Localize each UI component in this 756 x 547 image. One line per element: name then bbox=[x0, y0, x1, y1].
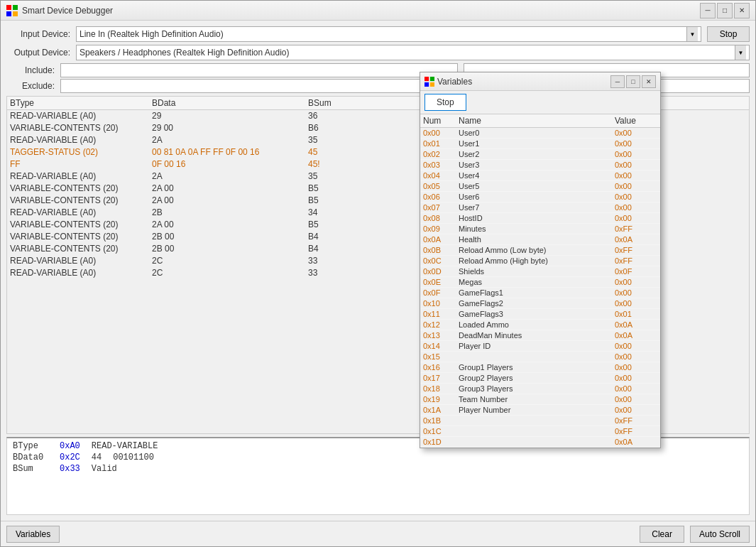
popup-cell-value: 0x01 bbox=[615, 310, 657, 318]
popup-row[interactable]: 0x01 User1 0x00 bbox=[420, 139, 660, 149]
popup-cell-value: 0x00 bbox=[615, 193, 657, 201]
popup-row[interactable]: 0x15 0x00 bbox=[420, 352, 660, 362]
cell-bdata: 29 00 bbox=[152, 123, 308, 133]
cell-btype: READ-VARIABLE (A0) bbox=[10, 111, 152, 121]
detail-btype-label: BType bbox=[13, 441, 48, 451]
popup-row[interactable]: 0x0C Reload Ammo (High byte) 0xFF bbox=[420, 256, 660, 266]
popup-cell-num: 0x11 bbox=[423, 310, 459, 318]
popup-stop-button[interactable]: Stop bbox=[424, 94, 466, 111]
popup-row[interactable]: 0x0D Shields 0x0F bbox=[420, 266, 660, 277]
popup-row[interactable]: 0x1A Player Number 0x00 bbox=[420, 405, 660, 416]
popup-cell-value: 0xFF bbox=[615, 256, 657, 265]
popup-row[interactable]: 0x0B Reload Ammo (Low byte) 0xFF bbox=[420, 245, 660, 256]
popup-row[interactable]: 0x03 User3 0x00 bbox=[420, 160, 660, 170]
detail-bsum-row: BSum 0x33 Valid bbox=[13, 464, 743, 474]
popup-row[interactable]: 0x05 User5 0x00 bbox=[420, 181, 660, 192]
cell-bsum: B4 bbox=[308, 244, 365, 254]
cell-btype: FF bbox=[10, 159, 152, 169]
exclude-input[interactable] bbox=[60, 79, 458, 93]
popup-row[interactable]: 0x1D 0x0A bbox=[420, 437, 660, 448]
input-device-row: Input Device: Line In (Realtek High Defi… bbox=[6, 26, 750, 42]
output-device-row: Output Device: Speakers / Headphones (Re… bbox=[6, 45, 750, 60]
variables-button[interactable]: Variables bbox=[6, 526, 60, 543]
output-device-value: Speakers / Headphones (Realtek High Defi… bbox=[80, 48, 735, 58]
close-button[interactable]: ✕ bbox=[734, 3, 750, 18]
popup-close-button[interactable]: ✕ bbox=[642, 75, 656, 88]
popup-row[interactable]: 0x13 DeadMan Minutes 0x0A bbox=[420, 330, 660, 341]
popup-cell-value: 0xFF bbox=[615, 427, 657, 435]
cell-bsum: 33 bbox=[308, 268, 365, 278]
detail-btype-name: READ-VARIABLE bbox=[92, 441, 158, 451]
detail-bsum-label: BSum bbox=[13, 464, 48, 474]
popup-header-name: Name bbox=[459, 116, 615, 126]
popup-row[interactable]: 0x17 Group2 Players 0x00 bbox=[420, 373, 660, 384]
app-icon bbox=[6, 5, 18, 16]
popup-minimize-button[interactable]: ─ bbox=[610, 75, 625, 88]
input-device-combo[interactable]: Line In (Realtek High Definition Audio) … bbox=[76, 26, 701, 42]
popup-row[interactable]: 0x1C 0xFF bbox=[420, 426, 660, 437]
popup-row[interactable]: 0x00 User0 0x00 bbox=[420, 128, 660, 139]
detail-btype-hex: 0xA0 bbox=[60, 441, 80, 451]
popup-cell-name: User3 bbox=[459, 161, 615, 169]
cell-bsum: B5 bbox=[308, 183, 365, 193]
popup-row[interactable]: 0x09 Minutes 0xFF bbox=[420, 224, 660, 234]
popup-row[interactable]: 0x1B 0xFF bbox=[420, 416, 660, 426]
popup-row[interactable]: 0x14 Player ID 0x00 bbox=[420, 341, 660, 352]
popup-row[interactable]: 0x11 GameFlags3 0x01 bbox=[420, 309, 660, 320]
maximize-button[interactable]: □ bbox=[717, 3, 733, 18]
clear-button[interactable]: Clear bbox=[640, 526, 684, 543]
popup-cell-value: 0x00 bbox=[615, 171, 657, 180]
popup-toolbar: Stop bbox=[420, 91, 660, 114]
input-device-arrow[interactable]: ▼ bbox=[686, 27, 698, 41]
output-device-combo[interactable]: Speakers / Headphones (Realtek High Defi… bbox=[76, 45, 750, 60]
popup-cell-num: 0x14 bbox=[423, 342, 459, 350]
popup-controls: ─ □ ✕ bbox=[610, 75, 656, 88]
stop-button[interactable]: Stop bbox=[707, 26, 750, 42]
cell-btype: READ-VARIABLE (A0) bbox=[10, 135, 152, 145]
popup-row[interactable]: 0x0F GameFlags1 0x00 bbox=[420, 288, 660, 298]
popup-cell-name: User1 bbox=[459, 139, 615, 148]
popup-row[interactable]: 0x08 HostID 0x00 bbox=[420, 213, 660, 224]
popup-row[interactable]: 0x16 Group1 Players 0x00 bbox=[420, 362, 660, 373]
popup-row[interactable]: 0x02 User2 0x00 bbox=[420, 149, 660, 160]
autoscroll-button[interactable]: Auto Scroll bbox=[690, 526, 750, 543]
cell-btype: VARIABLE-CONTENTS (20) bbox=[10, 220, 152, 229]
popup-cell-num: 0x15 bbox=[423, 352, 459, 361]
popup-cell-value: 0x00 bbox=[615, 182, 657, 190]
popup-cell-value: 0x00 bbox=[615, 150, 657, 158]
popup-cell-num: 0x16 bbox=[423, 363, 459, 372]
popup-row[interactable]: 0x0A Health 0x0A bbox=[420, 234, 660, 245]
popup-cell-name bbox=[459, 427, 615, 435]
popup-cell-num: 0x19 bbox=[423, 395, 459, 404]
detail-bdata-hex: 0x2C bbox=[60, 453, 80, 462]
popup-cell-value: 0xFF bbox=[615, 416, 657, 425]
popup-maximize-button[interactable]: □ bbox=[626, 75, 640, 88]
popup-cell-num: 0x03 bbox=[423, 161, 459, 169]
output-device-arrow[interactable]: ▼ bbox=[735, 45, 746, 60]
cell-bsum: 45! bbox=[308, 159, 365, 169]
popup-cell-value: 0x00 bbox=[615, 278, 657, 286]
cell-bdata: 2B 00 bbox=[152, 232, 308, 242]
popup-cell-num: 0x0A bbox=[423, 235, 459, 244]
popup-row[interactable]: 0x04 User4 0x00 bbox=[420, 170, 660, 181]
popup-table-body[interactable]: 0x00 User0 0x00 0x01 User1 0x00 0x02 Use… bbox=[420, 128, 660, 448]
popup-row[interactable]: 0x18 Group3 Players 0x00 bbox=[420, 384, 660, 394]
detail-section: BType 0xA0 READ-VARIABLE BData0 0x2C 44 … bbox=[6, 437, 750, 515]
cell-btype: READ-VARIABLE (A0) bbox=[10, 171, 152, 181]
popup-icon bbox=[424, 77, 434, 87]
popup-cell-num: 0x00 bbox=[423, 129, 459, 137]
minimize-button[interactable]: ─ bbox=[700, 3, 716, 18]
detail-bdata-row: BData0 0x2C 44 00101100 bbox=[13, 453, 743, 462]
popup-row[interactable]: 0x0E Megas 0x00 bbox=[420, 277, 660, 288]
popup-row[interactable]: 0x10 GameFlags2 0x00 bbox=[420, 298, 660, 309]
popup-row[interactable]: 0x12 Loaded Ammo 0x0A bbox=[420, 320, 660, 330]
popup-row[interactable]: 0x19 Team Number 0x00 bbox=[420, 394, 660, 405]
include-input[interactable] bbox=[60, 63, 458, 77]
popup-row[interactable]: 0x06 User6 0x00 bbox=[420, 192, 660, 202]
popup-row[interactable]: 0x07 User7 0x00 bbox=[420, 202, 660, 213]
popup-cell-value: 0x00 bbox=[615, 395, 657, 404]
svg-rect-4 bbox=[424, 77, 429, 81]
title-bar: Smart Device Debugger ─ □ ✕ bbox=[1, 1, 755, 21]
popup-cell-name: User2 bbox=[459, 150, 615, 158]
popup-cell-num: 0x07 bbox=[423, 203, 459, 212]
